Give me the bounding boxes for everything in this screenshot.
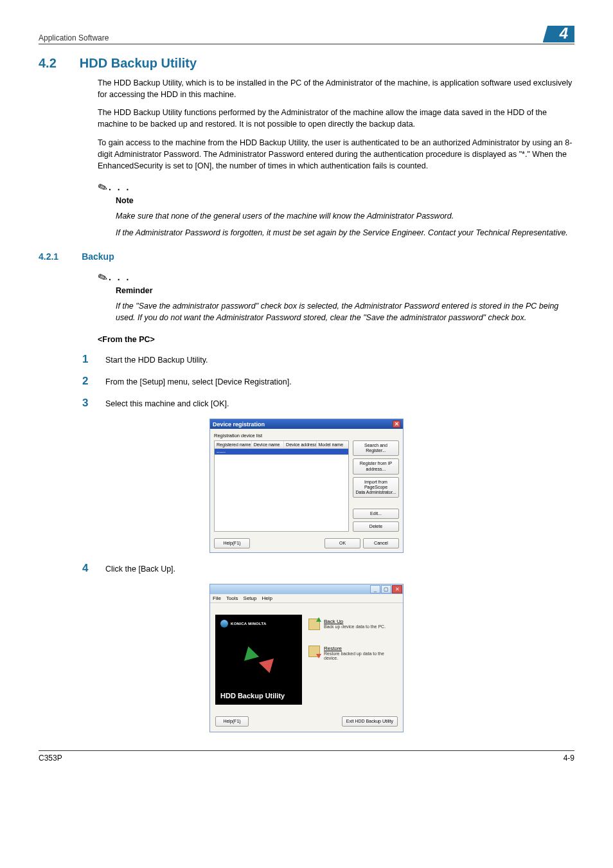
step-text: From the [Setup] menu, select [Device Re… [105,377,292,386]
step-number: 2 [82,375,91,388]
note-text: If the Administrator Password is forgott… [116,227,574,239]
paragraph: The HDD Backup Utility functions perform… [98,107,574,130]
group-label: Registration device list [214,433,399,439]
minimize-icon[interactable]: _ [370,585,380,593]
ok-button[interactable]: OK [324,538,360,548]
subsection-number: 4.2.1 [39,251,58,262]
running-header: Application Software [39,33,109,42]
restore-icon [308,646,320,657]
maximize-icon[interactable]: ▢ [381,585,391,593]
procedure-context: <From the PC> [98,335,574,344]
reminder-block: ✎. . . Reminder If the "Save the adminis… [98,271,574,323]
note-text: Make sure that none of the general users… [116,210,574,222]
reminder-text: If the "Save the administrator password"… [116,300,574,323]
backup-link[interactable]: Back Up [324,619,386,624]
window-titlebar: _ ▢ ✕ [210,584,403,594]
footer-page: 4-9 [564,754,574,763]
dialog-title: Device registration [213,421,265,428]
subsection-title: Backup [82,251,114,262]
chapter-tab: 4 [543,26,574,42]
exit-button[interactable]: Exit HDD Backup Utility [342,716,398,727]
search-register-button[interactable]: Search and Register... [353,440,399,456]
close-icon[interactable]: ✕ [393,420,400,428]
menu-file[interactable]: File [213,595,221,601]
restore-action[interactable]: Restore Restore backed up data to the de… [308,646,398,660]
backup-restore-graphic-icon [240,644,278,676]
step-text: Click the [Back Up]. [105,565,175,574]
paragraph: The HDD Backup Utility, which is to be i… [98,77,574,100]
restore-description: Restore backed up data to the device. [324,651,398,660]
menubar: File Tools Setup Help [210,594,403,603]
restore-link[interactable]: Restore [324,646,398,651]
step-3: 3 Select this machine and click [OK]. [82,397,574,410]
cancel-button[interactable]: Cancel [363,538,399,548]
list-header: Registered name Device name Device addre… [215,441,348,449]
backup-action[interactable]: Back Up Back up device data to the PC. [308,619,398,630]
step-2: 2 From the [Setup] menu, select [Device … [82,375,574,388]
backup-description: Back up device data to the PC. [324,624,386,629]
section-heading: 4.2 HDD Backup Utility [39,56,574,71]
pencil-icon: ✎ [96,269,110,286]
note-block: ✎. . . Note Make sure that none of the g… [98,181,574,239]
note-label: Note [116,196,574,205]
step-number: 4 [82,562,91,575]
section-number: 4.2 [39,56,57,71]
logo-orb-icon [220,620,228,628]
section-title: HDD Backup Utility [80,56,197,71]
app-title: HDD Backup Utility [220,692,297,700]
close-icon[interactable]: ✕ [392,585,402,593]
register-ip-button[interactable]: Register from IP address... [353,458,399,474]
step-4: 4 Click the [Back Up]. [82,562,574,575]
help-button[interactable]: Help(F1) [214,538,250,548]
step-text: Start the HDD Backup Utility. [105,356,208,365]
brand-logo: KONICA MINOLTA [220,620,297,628]
footer-model: C353P [39,754,62,763]
device-registration-dialog: Device registration ✕ Registration devic… [209,419,404,553]
step-number: 1 [82,353,91,366]
menu-tools[interactable]: Tools [226,595,238,601]
subsection-heading: 4.2.1 Backup [39,251,574,262]
help-button[interactable]: Help(F1) [215,716,249,727]
step-1: 1 Start the HDD Backup Utility. [82,353,574,366]
delete-button[interactable]: Delete [353,521,399,532]
menu-setup[interactable]: Setup [244,595,257,601]
reminder-label: Reminder [116,286,574,295]
device-list[interactable]: Registered name Device name Device addre… [214,440,349,532]
list-item[interactable]: ------ [215,449,348,455]
step-text: Select this machine and click [OK]. [105,399,229,408]
brand-panel: KONICA MINOLTA HDD Backup Utility [215,615,302,705]
paragraph: To gain access to the machine from the H… [98,137,574,172]
step-number: 3 [82,397,91,410]
edit-button[interactable]: Edit... [353,509,399,519]
pencil-icon: ✎ [96,179,110,196]
backup-icon [308,619,320,630]
import-button[interactable]: Import from PageScope Data Administrator… [353,477,399,498]
backup-utility-window: _ ▢ ✕ File Tools Setup Help KONICA MINOL… [209,584,404,732]
menu-help[interactable]: Help [262,595,272,601]
